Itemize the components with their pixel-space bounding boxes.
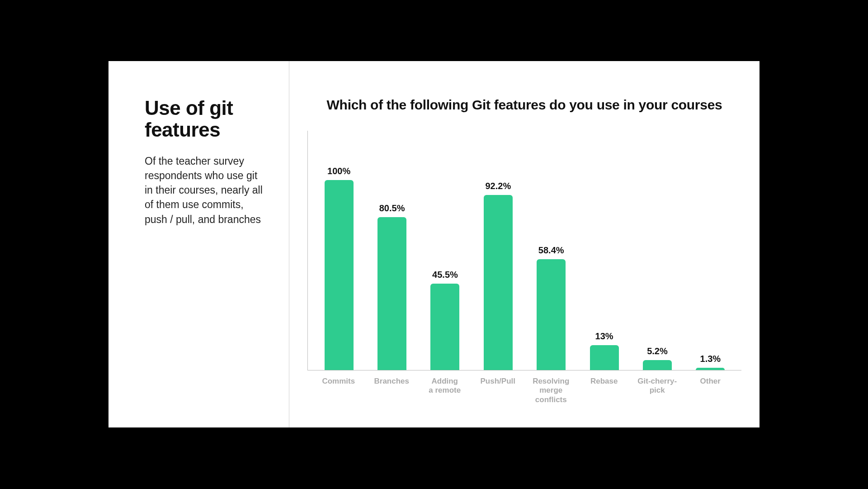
bar-group: 1.3% xyxy=(685,354,735,370)
bar-value-label: 45.5% xyxy=(432,270,458,280)
bar-group: 58.4% xyxy=(526,245,576,370)
chart-x-axis: CommitsBranchesAdding a remotePush/PullR… xyxy=(307,377,741,404)
bar xyxy=(377,217,406,370)
x-label: Git-cherry-pick xyxy=(632,377,682,404)
bar-group: 5.2% xyxy=(632,346,682,370)
x-label: Rebase xyxy=(579,377,629,404)
bar-value-label: 58.4% xyxy=(538,245,564,256)
left-description: Of the teacher survey respondents who us… xyxy=(145,154,266,227)
x-label: Other xyxy=(685,377,735,404)
bar-value-label: 1.3% xyxy=(700,354,721,364)
x-label: Push/Pull xyxy=(473,377,523,404)
x-label: Resolving merge conflicts xyxy=(526,377,576,404)
bar xyxy=(484,195,513,370)
left-panel: Use of git features Of the teacher surve… xyxy=(108,61,289,427)
bar-value-label: 80.5% xyxy=(379,203,405,214)
bar xyxy=(590,345,619,370)
bar-value-label: 13% xyxy=(595,331,613,342)
chart-title: Which of the following Git features do y… xyxy=(303,97,746,113)
x-label: Commits xyxy=(314,377,363,404)
bar-value-label: 100% xyxy=(327,166,350,176)
bar-value-label: 5.2% xyxy=(647,346,668,356)
x-label: Branches xyxy=(367,377,416,404)
x-label: Adding a remote xyxy=(420,377,470,404)
bar xyxy=(537,259,566,370)
bar-group: 100% xyxy=(314,166,364,370)
bar xyxy=(430,284,459,370)
bar-group: 13% xyxy=(580,331,629,370)
bar-group: 45.5% xyxy=(420,270,470,370)
bar xyxy=(325,180,354,370)
bar-group: 92.2% xyxy=(473,181,523,370)
chart-area: 100%80.5%45.5%92.2%58.4%13%5.2%1.3% xyxy=(307,131,741,370)
left-title: Use of git features xyxy=(145,97,266,141)
bar-group: 80.5% xyxy=(367,203,417,370)
chart-panel: Which of the following Git features do y… xyxy=(289,61,760,427)
bar xyxy=(643,360,672,370)
bar-value-label: 92.2% xyxy=(485,181,511,191)
slide: Use of git features Of the teacher surve… xyxy=(108,61,760,427)
bar xyxy=(696,368,725,370)
